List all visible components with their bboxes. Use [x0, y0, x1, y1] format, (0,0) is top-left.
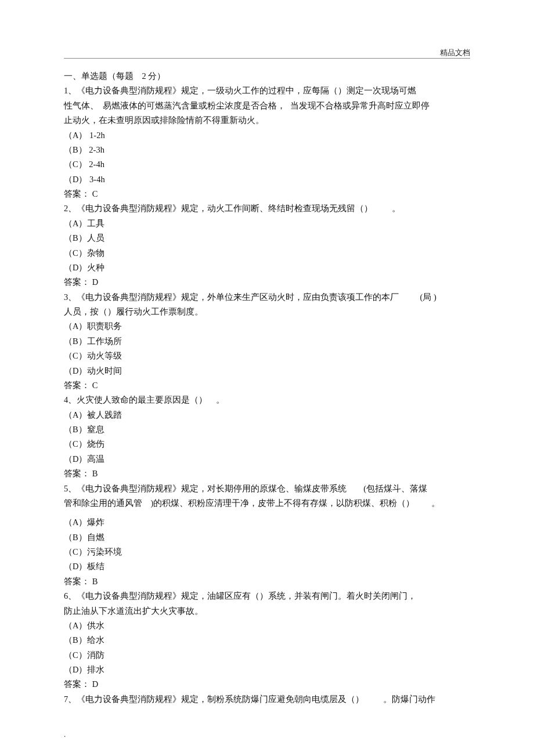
option-d: （D）板结	[64, 559, 470, 574]
question-stem: 人员，按（）履行动火工作票制度。	[64, 305, 470, 319]
option-d: （D） 3-4h	[64, 172, 470, 187]
question-stem: 性气体、 易燃液体的可燃蒸汽含量或粉尘浓度是否合格， 当发现不合格或异常升高时应…	[64, 99, 470, 113]
option-c: （C） 2-4h	[64, 157, 470, 172]
answer-line: 答案： B	[64, 466, 470, 481]
option-d: （D）高温	[64, 452, 470, 466]
answer-line: 答案： C	[64, 187, 470, 201]
document-content: 一、单选题（每题 2 分） 1、《电力设备典型消防规程》规定，一级动火工作的过程…	[64, 69, 470, 707]
option-c: （C）污染环境	[64, 545, 470, 559]
document-page: 精品文档 一、单选题（每题 2 分） 1、《电力设备典型消防规程》规定，一级动火…	[0, 0, 534, 756]
option-b: （B）给水	[64, 633, 470, 648]
answer-line: 答案： D	[64, 677, 470, 692]
answer-line: 答案： D	[64, 275, 470, 290]
blank-line	[64, 511, 470, 515]
option-b: （B）窒息	[64, 422, 470, 437]
option-b: （B）自燃	[64, 530, 470, 545]
question-stem: 6、《电力设备典型消防规程》规定，油罐区应有（）系统，并装有闸门。着火时关闭闸门…	[64, 589, 470, 603]
option-a: （A） 1-2h	[64, 128, 470, 143]
footer-dot: .	[64, 730, 470, 739]
question-stem: 5、《电力设备典型消防规程》规定，对长期停用的原煤仓、输煤皮带系统 (包括煤斗、…	[64, 482, 470, 496]
option-d: （D）排水	[64, 663, 470, 677]
option-a: （A）被人践踏	[64, 408, 470, 422]
question-stem: 1、《电力设备典型消防规程》规定，一级动火工作的过程中，应每隔（）测定一次现场可…	[64, 84, 470, 98]
answer-line: 答案： C	[64, 378, 470, 393]
option-b: （B）工作场所	[64, 334, 470, 349]
option-d: （D）火种	[64, 261, 470, 275]
option-b: （B） 2-3h	[64, 143, 470, 157]
option-a: （A）职责职务	[64, 319, 470, 334]
question-stem: 防止油从下水道流出扩大火灾事故。	[64, 604, 470, 618]
option-c: （C）烧伤	[64, 437, 470, 451]
section-heading: 一、单选题（每题 2 分）	[64, 69, 470, 84]
option-a: （A）爆炸	[64, 515, 470, 530]
header-label: 精品文档	[440, 48, 470, 58]
question-stem: 止动火，在未查明原因或排除险情前不得重新动火。	[64, 113, 470, 128]
question-stem: 4、火灾使人致命的最主要原因是（） 。	[64, 393, 470, 407]
option-c: （C）动火等级	[64, 349, 470, 363]
answer-line: 答案： B	[64, 574, 470, 589]
header-rule	[64, 58, 470, 59]
question-stem: 7、《电力设备典型消防规程》规定，制粉系统防爆门应避免朝向电缆层及（） 。防爆门…	[64, 692, 470, 707]
question-stem: 3、《电力设备典型消防规程》规定，外单位来生产区动火时，应由负责该项工作的本厂 …	[64, 290, 470, 305]
option-a: （A）供水	[64, 618, 470, 633]
option-a: （A）工具	[64, 216, 470, 231]
question-stem: 2、《电力设备典型消防规程》规定，动火工作间断、终结时检查现场无残留（） 。	[64, 201, 470, 216]
option-c: （C）消防	[64, 648, 470, 663]
option-d: （D）动火时间	[64, 364, 470, 378]
option-b: （B）人员	[64, 231, 470, 245]
question-stem: 管和除尘用的通风管 )的积煤、积粉应清理干净，皮带上不得有存煤，以防积煤、积粉（…	[64, 496, 470, 511]
option-c: （C）杂物	[64, 246, 470, 261]
